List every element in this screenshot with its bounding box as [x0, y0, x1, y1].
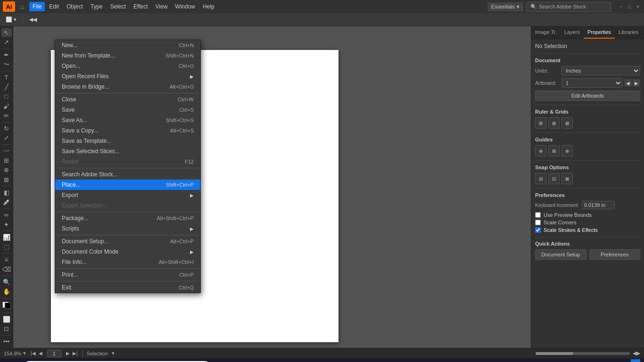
menu-document-setup[interactable]: Document Setup... Alt+Ctrl+P	[55, 236, 200, 247]
file-explorer-icon[interactable]	[234, 359, 251, 362]
clear-guides-btn[interactable]: ⊗	[561, 145, 573, 156]
menu-help[interactable]: Help	[199, 2, 218, 11]
menu-place[interactable]: Place... Shift+Ctrl+P	[55, 180, 200, 190]
menu-revert[interactable]: Revert F12	[55, 156, 200, 167]
app5-icon[interactable]: ♪	[290, 359, 307, 362]
gradient-tool[interactable]: ◧	[1, 188, 12, 197]
minimize-button[interactable]: −	[618, 3, 624, 10]
rotate-tool[interactable]: ↻	[1, 124, 12, 132]
search-adobe-stock[interactable]: 🔍 Search Adobe Stock	[526, 2, 611, 12]
hand-tool[interactable]: ✋	[1, 287, 12, 296]
menu-export[interactable]: Export ▶	[55, 190, 200, 200]
eyedropper[interactable]: 💉	[1, 197, 12, 206]
menu-file[interactable]: File	[29, 2, 45, 11]
menu-browse-bridge[interactable]: Browse in Bridge... Alt+Ctrl+O	[55, 82, 200, 92]
shape-builder[interactable]: ⊕	[1, 166, 12, 174]
artboard-select[interactable]: 1	[561, 78, 622, 88]
more-tools[interactable]: •••	[1, 337, 12, 346]
kb-increment-input[interactable]	[582, 201, 615, 209]
tab-layers[interactable]: Layers	[561, 26, 584, 39]
last-artboard-btn[interactable]: ▶|	[72, 351, 79, 356]
selection-tool[interactable]: ↖	[1, 28, 12, 37]
menu-select[interactable]: Select	[107, 2, 129, 11]
workspace-button[interactable]: Essentials ▾	[487, 2, 523, 11]
scale-corners-checkbox[interactable]	[535, 220, 541, 225]
collapse-btn[interactable]: ◀◀	[26, 16, 40, 24]
edit-artboards-button[interactable]: Edit Artboards	[535, 90, 640, 101]
perspective-grid[interactable]: ⊠	[1, 175, 12, 184]
screen-mode[interactable]: ⊡	[1, 325, 12, 333]
menu-document-color-mode[interactable]: Document Color Mode ▶	[55, 247, 200, 257]
ai-taskbar-icon[interactable]: Ai	[272, 359, 289, 362]
next-artboard-btn[interactable]: ▶	[65, 351, 71, 356]
menu-view[interactable]: View	[152, 2, 171, 11]
snap-to-grid-btn[interactable]: ⊟	[535, 173, 546, 184]
tab-libraries[interactable]: Libraries	[615, 26, 642, 39]
menu-save[interactable]: Save Ctrl+S	[55, 105, 200, 115]
line-tool[interactable]: ╱	[1, 82, 12, 91]
menu-save-copy[interactable]: Save a Copy... Alt+Ctrl+S	[55, 125, 200, 136]
menu-print[interactable]: Print... Ctrl+P	[55, 270, 200, 280]
menu-save-slices[interactable]: Save Selected Slices...	[55, 146, 200, 156]
menu-open-recent[interactable]: Open Recent Files ▶	[55, 71, 200, 82]
show-pixel-grid-btn[interactable]: ⊠	[561, 117, 573, 129]
scale-tool[interactable]: ⤢	[1, 134, 12, 142]
show-rulers-btn[interactable]: ⊞	[535, 117, 546, 129]
tab-properties[interactable]: Properties	[584, 26, 615, 39]
use-preview-bounds-checkbox[interactable]	[535, 212, 541, 218]
warp-tool[interactable]: 〰	[1, 147, 12, 155]
menu-open[interactable]: Open... Ctrl+O	[55, 61, 200, 71]
menu-save-template[interactable]: Save as Template...	[55, 136, 200, 146]
prev-artboard-btn[interactable]: ◀	[38, 351, 43, 356]
units-select[interactable]: Inches Pixels Millimeters Centimeters Po…	[561, 66, 640, 75]
direct-selection-tool[interactable]: ↗	[1, 38, 12, 46]
draw-mode[interactable]: ⬜	[1, 315, 12, 323]
pen-tool[interactable]: ✒	[1, 50, 12, 59]
menu-new[interactable]: New... Ctrl+N	[55, 40, 200, 50]
maximize-button[interactable]: □	[626, 3, 633, 10]
slice-tool[interactable]: ⚔	[1, 255, 12, 264]
pencil-tool[interactable]: ✏	[1, 111, 12, 120]
artboard-next-btn[interactable]: ▶	[633, 79, 640, 87]
artboard-number-input[interactable]	[47, 350, 61, 357]
menu-new-template[interactable]: New from Template... Shift+Ctrl+N	[55, 50, 200, 61]
first-artboard-btn[interactable]: |◀	[30, 351, 37, 356]
menu-effect[interactable]: Effect	[130, 2, 151, 11]
menu-edit[interactable]: Edit	[46, 2, 62, 11]
type-tool[interactable]: T	[1, 73, 12, 82]
zoom-tool[interactable]: 🔍	[1, 278, 12, 286]
lock-guides-btn[interactable]: ⊞	[548, 145, 560, 156]
menu-exit[interactable]: Exit Ctrl+Q	[55, 282, 200, 293]
snap-to-pixel-btn[interactable]: ⊠	[561, 173, 573, 184]
menu-package[interactable]: Package... Alt+Shift+Ctrl+P	[55, 213, 200, 223]
task-view-button[interactable]	[215, 359, 232, 362]
blend-tool[interactable]: ∞	[1, 211, 12, 219]
menu-close[interactable]: Close Ctrl+W	[55, 94, 200, 105]
color-boxes[interactable]	[2, 302, 11, 309]
notification-badge[interactable]: 3	[631, 359, 640, 362]
start-button[interactable]	[2, 358, 21, 362]
menu-type[interactable]: Type	[87, 2, 106, 11]
background-color[interactable]	[5, 303, 11, 309]
free-transform[interactable]: ⊞	[1, 156, 12, 165]
eraser-tool[interactable]: ⌫	[1, 265, 12, 273]
rect-tool[interactable]: □	[1, 92, 12, 101]
home-icon[interactable]: ⌂	[17, 1, 27, 12]
menu-object[interactable]: Object	[63, 2, 86, 11]
column-graph[interactable]: 📊	[1, 233, 12, 241]
menu-file-info[interactable]: File Info... Alt+Shift+Ctrl+I	[55, 257, 200, 267]
curvature-tool[interactable]: 〜	[1, 60, 12, 69]
show-grid-btn[interactable]: ⊞	[548, 117, 560, 129]
app6-icon[interactable]: 🖼	[309, 359, 326, 362]
artboard-tool[interactable]: ⬚	[1, 242, 12, 251]
arrange-btn[interactable]: ⬜ ▾	[3, 16, 19, 24]
menu-export-selection[interactable]: Export Selection...	[55, 200, 200, 211]
scale-strokes-checkbox[interactable]	[535, 227, 541, 233]
chrome-icon[interactable]	[253, 359, 270, 362]
menu-save-as[interactable]: Save As... Shift+Ctrl+S	[55, 115, 200, 125]
artboard-prev-btn[interactable]: ◀	[624, 79, 632, 87]
tab-image-trace[interactable]: Image Tr.	[531, 26, 561, 39]
preferences-button[interactable]: Preferences	[589, 249, 641, 260]
symbol-sprayer[interactable]: ✦	[1, 220, 12, 229]
menu-search-stock[interactable]: Search Adobe Stock...	[55, 169, 200, 180]
